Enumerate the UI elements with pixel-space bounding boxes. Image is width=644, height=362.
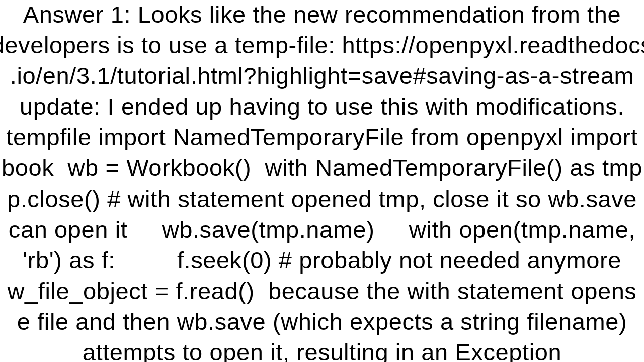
answer-text-block: Answer 1: Looks like the new recommendat… <box>0 0 644 362</box>
